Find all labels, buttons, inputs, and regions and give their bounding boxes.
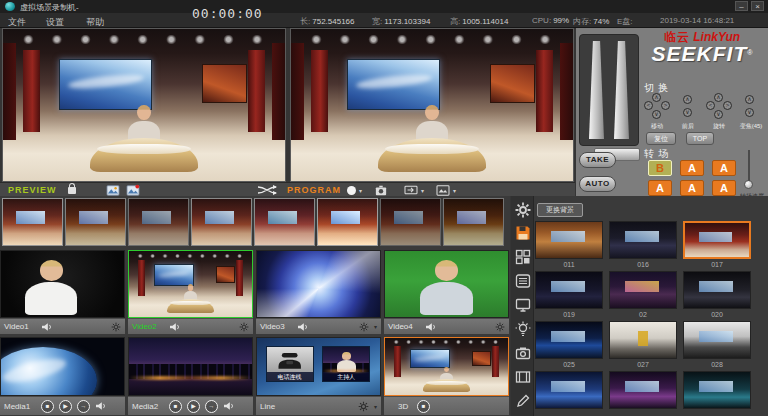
media1-play-button[interactable]: ▶	[59, 400, 72, 413]
playlist-icon[interactable]	[515, 273, 531, 289]
video3-thumbnail[interactable]	[256, 250, 381, 318]
monitor-icon[interactable]	[515, 297, 531, 313]
close-button[interactable]: ×	[751, 1, 764, 11]
layout-grid-icon[interactable]	[515, 249, 531, 265]
video2-thumbnail[interactable]	[128, 250, 253, 318]
scene-thumbnail[interactable]	[609, 221, 677, 259]
auto-button[interactable]: AUTO	[579, 176, 616, 192]
move-left-arrow[interactable]: <	[644, 101, 653, 110]
transition-a5-button[interactable]: A	[680, 180, 704, 196]
rotate-left-arrow[interactable]: <	[706, 101, 715, 110]
speaker-icon[interactable]	[41, 322, 53, 332]
scene-thumbnail[interactable]	[535, 371, 603, 409]
gear-dropdown-icon[interactable]: ▾	[374, 323, 377, 330]
media1-stop-button[interactable]: ■	[41, 400, 54, 413]
video1-thumbnail[interactable]	[0, 250, 125, 318]
host-line-card[interactable]: 主持人	[322, 346, 370, 382]
media2-play-button[interactable]: ▶	[187, 400, 200, 413]
scene-preset-thumb[interactable]	[65, 198, 126, 246]
transition-b-button[interactable]: B	[648, 160, 672, 176]
gear-icon[interactable]	[239, 322, 249, 332]
picture-output-icon[interactable]	[436, 184, 450, 196]
stream-output-icon[interactable]	[404, 184, 418, 196]
picture-dropdown-icon[interactable]: ▾	[453, 187, 456, 194]
gear-icon[interactable]	[495, 322, 505, 332]
scene-preset-thumb[interactable]	[254, 198, 315, 246]
rotate-right-arrow[interactable]: >	[723, 101, 732, 110]
speaker-icon[interactable]	[297, 322, 309, 332]
scene-preset-thumb[interactable]	[317, 198, 378, 246]
gear-icon[interactable]	[111, 322, 121, 332]
media1-next-button[interactable]: →	[77, 400, 90, 413]
minimize-button[interactable]: –	[735, 1, 748, 11]
speaker-icon[interactable]	[425, 322, 437, 332]
camera-source-icon[interactable]	[515, 345, 531, 361]
zoom-out-arrow[interactable]: ∨	[745, 108, 754, 117]
gear-icon[interactable]	[358, 401, 369, 412]
speaker-icon[interactable]	[95, 401, 107, 411]
reset-button[interactable]: 复位	[646, 132, 676, 145]
snapshot-image-new-icon[interactable]	[126, 184, 140, 196]
media1-label-bar: Media1 ■ ▶ →	[0, 396, 125, 415]
media1-thumbnail[interactable]	[0, 337, 125, 396]
back-arrow[interactable]: ∨	[683, 108, 692, 117]
preview-monitor[interactable]	[2, 28, 286, 182]
swap-preview-program-icon[interactable]	[256, 184, 278, 196]
scene-preset-thumb[interactable]	[2, 198, 63, 246]
move-right-arrow[interactable]: >	[661, 101, 670, 110]
line-thumbnail[interactable]: 电话连线 主持人	[256, 337, 381, 396]
transition-a2-button[interactable]: A	[680, 160, 704, 176]
output-3d-thumbnail[interactable]	[384, 337, 509, 396]
transition-a3-button[interactable]: A	[712, 160, 736, 176]
take-button[interactable]: TAKE	[579, 152, 616, 168]
scene-preset-thumb[interactable]	[191, 198, 252, 246]
scene-preset-thumb[interactable]	[443, 198, 504, 246]
zoom-in-arrow[interactable]: ∧	[745, 95, 754, 104]
scene-thumbnail[interactable]	[609, 321, 677, 359]
scene-thumbnail[interactable]	[609, 371, 677, 409]
media2-next-button[interactable]: →	[205, 400, 218, 413]
rotate-up-arrow[interactable]: ∧	[714, 93, 723, 102]
settings-gear-icon[interactable]	[515, 202, 531, 218]
scene-thumbnail[interactable]	[683, 271, 751, 309]
output-3d-stop-button[interactable]: ■	[417, 400, 430, 413]
stream-dropdown-icon[interactable]: ▾	[421, 187, 424, 194]
camera-snapshot-icon[interactable]	[374, 184, 388, 196]
scene-preset-thumb[interactable]	[128, 198, 189, 246]
scene-preset-thumb[interactable]	[380, 198, 441, 246]
media2-stop-button[interactable]: ■	[169, 400, 182, 413]
scene-thumbnail-selected[interactable]	[683, 221, 751, 259]
scene-thumbnail[interactable]	[683, 371, 751, 409]
speaker-icon[interactable]	[169, 322, 181, 332]
scene-thumbnail[interactable]	[535, 271, 603, 309]
film-strip-icon[interactable]	[515, 369, 531, 385]
lock-icon[interactable]	[68, 187, 76, 194]
snapshot-image-icon[interactable]	[106, 184, 120, 196]
rotate-down-arrow[interactable]: ∨	[714, 110, 723, 119]
record-icon[interactable]	[347, 186, 356, 195]
top-button[interactable]: TOP	[686, 132, 714, 145]
phone-line-card[interactable]: 电话连线	[266, 346, 314, 382]
light-effect-icon[interactable]	[515, 321, 531, 337]
transition-speed-knob[interactable]	[744, 180, 753, 189]
forward-arrow[interactable]: ∧	[683, 95, 692, 104]
transition-a4-button[interactable]: A	[648, 180, 672, 196]
t-bar-handle-left[interactable]	[589, 41, 604, 139]
scene-thumbnail[interactable]	[535, 321, 603, 359]
save-floppy-icon[interactable]	[515, 225, 531, 241]
gear-dropdown-icon[interactable]: ▾	[374, 403, 377, 410]
change-background-button[interactable]: 更换背景	[537, 203, 583, 217]
edit-pen-icon[interactable]	[515, 393, 531, 409]
speaker-icon[interactable]	[223, 401, 235, 411]
scene-thumbnail[interactable]	[609, 271, 677, 309]
scene-thumbnail[interactable]	[683, 321, 751, 359]
program-monitor[interactable]	[290, 28, 574, 182]
scene-thumbnail[interactable]	[535, 221, 603, 259]
move-up-arrow[interactable]: ∧	[652, 93, 661, 102]
gear-icon[interactable]	[359, 322, 369, 332]
move-down-arrow[interactable]: ∨	[652, 110, 661, 119]
video4-thumbnail[interactable]	[384, 250, 509, 318]
t-bar-handle-right[interactable]	[614, 41, 629, 139]
media2-thumbnail[interactable]	[128, 337, 253, 396]
record-dropdown-icon[interactable]: ▾	[359, 187, 362, 194]
